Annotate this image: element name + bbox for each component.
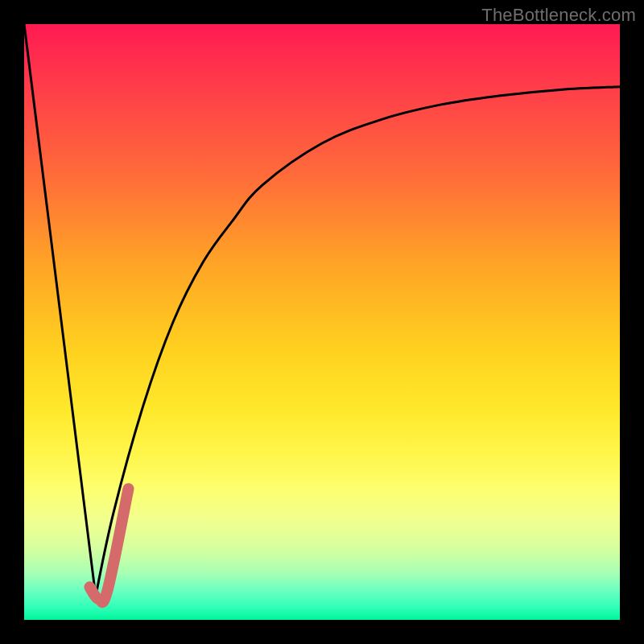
chart-frame: TheBottleneck.com <box>0 0 644 644</box>
left-falling-line <box>24 24 96 596</box>
watermark-text: TheBottleneck.com <box>481 5 636 26</box>
chart-curves <box>24 24 620 620</box>
chart-plot-area <box>24 24 620 620</box>
right-rising-curve <box>96 87 620 597</box>
